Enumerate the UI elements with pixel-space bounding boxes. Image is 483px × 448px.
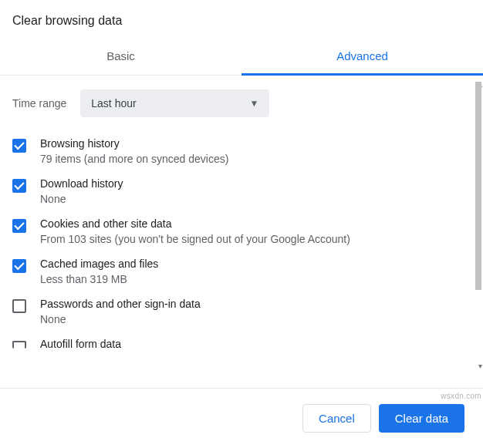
watermark: wsxdn.com [441, 392, 481, 400]
scroll-area: Time range Last hour ▼ Browsing history … [0, 76, 483, 375]
item-text: Download history None [40, 177, 123, 205]
time-range-dropdown[interactable]: Last hour ▼ [80, 89, 269, 117]
tab-advanced[interactable]: Advanced [242, 42, 483, 76]
scrollbar-thumb[interactable] [475, 82, 481, 290]
clear-data-button[interactable]: Clear data [379, 404, 464, 433]
checkbox-cached[interactable] [12, 259, 26, 273]
item-title: Browsing history [40, 137, 228, 150]
item-sub: None [40, 313, 201, 325]
time-range-label: Time range [12, 97, 66, 109]
footer: Cancel Clear data [0, 388, 483, 448]
dialog-title: Clear browsing data [0, 0, 483, 42]
item-title: Cached images and files [40, 258, 158, 270]
item-title: Autofill form data [40, 338, 121, 349]
item-cached: Cached images and files Less than 319 MB [0, 251, 472, 291]
tab-basic[interactable]: Basic [0, 42, 242, 75]
item-text: Browsing history 79 items (and more on s… [40, 137, 228, 165]
time-range-selected: Last hour [91, 97, 136, 109]
checkbox-cookies[interactable] [12, 219, 26, 233]
item-cookies: Cookies and other site data From 103 sit… [0, 211, 472, 251]
item-text: Cached images and files Less than 319 MB [40, 258, 158, 285]
item-browsing-history: Browsing history 79 items (and more on s… [0, 131, 472, 171]
item-sub: 79 items (and more on synced devices) [40, 153, 228, 165]
checkbox-browsing-history[interactable] [12, 139, 26, 153]
scrollbar[interactable]: ▴ ▾ [475, 82, 481, 369]
item-title: Passwords and other sign-in data [40, 298, 201, 310]
item-text: Autofill form data [40, 338, 121, 349]
item-sub: Less than 319 MB [40, 273, 158, 285]
time-range-row: Time range Last hour ▼ [0, 76, 472, 131]
item-text: Passwords and other sign-in data None [40, 298, 201, 325]
items-list: Browsing history 79 items (and more on s… [0, 131, 472, 349]
tabs-row: Basic Advanced [0, 42, 483, 76]
item-title: Download history [40, 177, 123, 190]
item-sub: From 103 sites (you won't be signed out … [40, 233, 350, 245]
checkbox-passwords[interactable] [12, 299, 26, 313]
item-text: Cookies and other site data From 103 sit… [40, 217, 350, 245]
item-sub: None [40, 193, 123, 205]
item-download-history: Download history None [0, 171, 472, 211]
checkbox-download-history[interactable] [12, 179, 26, 193]
scroll-down-icon[interactable]: ▾ [478, 362, 482, 370]
chevron-down-icon: ▼ [249, 98, 258, 109]
checkbox-autofill[interactable] [12, 341, 26, 349]
item-autofill: Autofill form data [0, 332, 472, 349]
cancel-button[interactable]: Cancel [302, 404, 371, 433]
item-passwords: Passwords and other sign-in data None [0, 291, 472, 332]
item-title: Cookies and other site data [40, 217, 350, 230]
